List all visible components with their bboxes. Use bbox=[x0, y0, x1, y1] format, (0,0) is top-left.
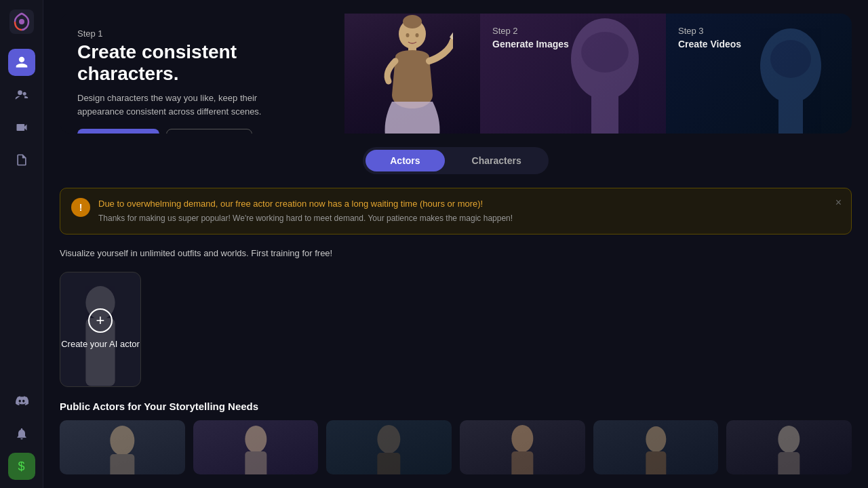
svg-point-8 bbox=[416, 33, 419, 37]
public-actors-grid bbox=[60, 420, 852, 474]
svg-rect-28 bbox=[778, 452, 800, 474]
svg-point-21 bbox=[378, 425, 401, 453]
sidebar-item-video[interactable] bbox=[8, 114, 35, 141]
hero-title: Create consistent characters. bbox=[77, 41, 327, 85]
hero-banner: Step 1 Create consistent characters. Des… bbox=[60, 14, 852, 134]
main-content: Step 1 Create consistent characters. Des… bbox=[43, 0, 868, 488]
hero-character-area bbox=[344, 14, 480, 134]
create-actor-label: Create your AI actor bbox=[61, 338, 140, 350]
public-actors-section: Public Actors for Your Storytelling Need… bbox=[60, 401, 852, 474]
public-actors-title: Public Actors for Your Storytelling Need… bbox=[60, 401, 852, 412]
pa3-silhouette bbox=[326, 420, 452, 474]
warning-close-button[interactable]: × bbox=[835, 197, 842, 209]
step2-face-silhouette bbox=[544, 14, 666, 134]
svg-point-13 bbox=[770, 40, 811, 78]
app-logo bbox=[8, 8, 35, 35]
actors-grid: + Create your AI actor bbox=[60, 272, 852, 387]
warning-icon: ! bbox=[71, 198, 90, 217]
public-actor-card-6[interactable] bbox=[726, 420, 852, 474]
create-actor-content: + Create your AI actor bbox=[60, 272, 140, 386]
pa4-silhouette bbox=[460, 420, 585, 474]
watch-tutorial-button[interactable]: Watch Tutorial bbox=[166, 129, 252, 134]
hero-right-part: Step 2 Generate Images Step 3 Create Vid… bbox=[480, 14, 852, 134]
svg-point-5 bbox=[403, 15, 422, 28]
hero-buttons: Create Actors Watch Tutorial bbox=[77, 129, 327, 134]
pa1-silhouette bbox=[60, 420, 185, 474]
hero-step3-block: Step 3 Create Videos bbox=[666, 14, 852, 134]
step3-face-silhouette bbox=[730, 14, 852, 134]
sidebar-item-characters[interactable] bbox=[8, 81, 35, 108]
create-actor-card[interactable]: + Create your AI actor bbox=[60, 272, 141, 387]
pa6-silhouette bbox=[726, 420, 852, 474]
svg-rect-11 bbox=[591, 93, 618, 134]
tab-characters[interactable]: Characters bbox=[448, 150, 546, 171]
svg-rect-18 bbox=[110, 454, 134, 474]
svg-point-25 bbox=[646, 426, 666, 452]
svg-point-2 bbox=[18, 90, 22, 95]
sidebar: $ bbox=[0, 0, 43, 488]
svg-point-19 bbox=[245, 426, 267, 453]
svg-point-1 bbox=[19, 19, 24, 24]
pa5-silhouette bbox=[593, 420, 719, 474]
warning-text: Due to overwhelming demand, our free act… bbox=[98, 198, 840, 224]
warning-banner: ! Due to overwhelming demand, our free a… bbox=[60, 188, 852, 235]
sidebar-item-user[interactable] bbox=[8, 49, 35, 76]
hero-step2-block: Step 2 Generate Images bbox=[480, 14, 666, 134]
tab-actors[interactable]: Actors bbox=[366, 150, 444, 171]
sidebar-item-docs[interactable] bbox=[8, 146, 35, 174]
create-plus-icon: + bbox=[88, 308, 113, 333]
svg-point-3 bbox=[22, 92, 26, 96]
svg-point-10 bbox=[581, 32, 629, 73]
step1-label: Step 1 bbox=[77, 28, 327, 39]
hero-step1-panel: Step 1 Create consistent characters. Des… bbox=[60, 14, 344, 134]
character-silhouette bbox=[372, 14, 453, 134]
create-actors-button[interactable]: Create Actors bbox=[77, 129, 159, 134]
public-actor-card-2[interactable] bbox=[193, 420, 319, 474]
svg-rect-24 bbox=[511, 451, 533, 474]
sidebar-item-notifications[interactable] bbox=[8, 420, 35, 447]
svg-rect-22 bbox=[378, 453, 401, 474]
svg-point-27 bbox=[778, 426, 800, 453]
svg-point-7 bbox=[406, 33, 410, 37]
svg-point-17 bbox=[110, 426, 134, 455]
credits-icon: $ bbox=[18, 460, 24, 474]
public-actor-card-4[interactable] bbox=[460, 420, 585, 474]
section-subtitle: Visualize yourself in unlimited outfits … bbox=[60, 248, 852, 258]
hero-description: Design characters the way you like, keep… bbox=[77, 92, 267, 118]
pa2-silhouette bbox=[193, 420, 319, 474]
svg-point-23 bbox=[511, 425, 533, 452]
svg-rect-20 bbox=[245, 451, 267, 474]
svg-rect-26 bbox=[646, 451, 666, 474]
public-actor-card-5[interactable] bbox=[593, 420, 719, 474]
warning-title: Due to overwhelming demand, our free act… bbox=[98, 198, 840, 210]
sidebar-item-credits[interactable]: $ bbox=[8, 453, 35, 480]
sidebar-item-discord[interactable] bbox=[8, 388, 35, 415]
public-actor-card-3[interactable] bbox=[326, 420, 452, 474]
public-actor-card-1[interactable] bbox=[60, 420, 185, 474]
tabs: Actors Characters bbox=[363, 147, 549, 174]
svg-rect-14 bbox=[778, 96, 803, 134]
tabs-container: Actors Characters bbox=[60, 147, 852, 174]
warning-subtitle: Thanks for making us super popular! We'r… bbox=[98, 213, 840, 224]
